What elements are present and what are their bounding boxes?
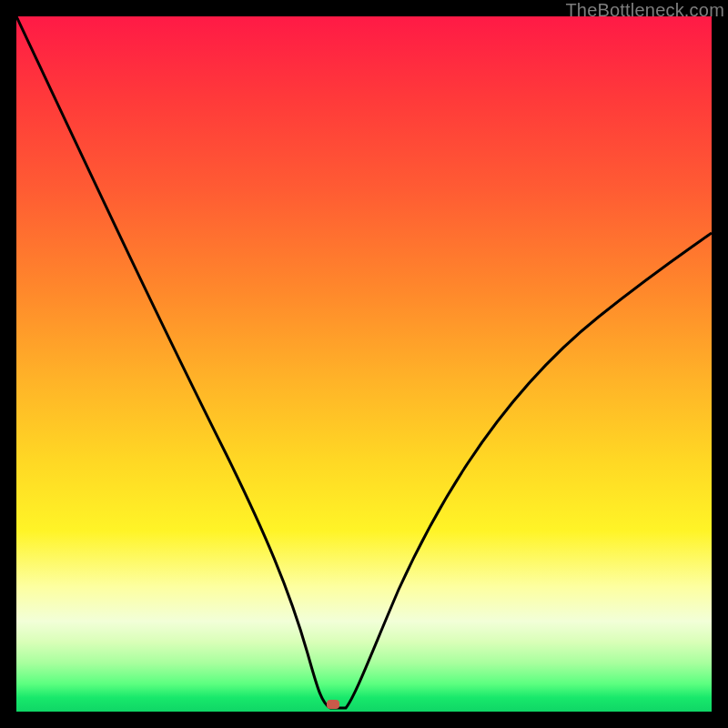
plot-area: [16, 16, 712, 712]
optimal-marker: [327, 700, 339, 709]
chart-frame: TheBottleneck.com: [0, 0, 728, 728]
bottleneck-curve: [16, 16, 712, 708]
curve-svg: [16, 16, 712, 712]
watermark-text: TheBottleneck.com: [565, 0, 724, 21]
